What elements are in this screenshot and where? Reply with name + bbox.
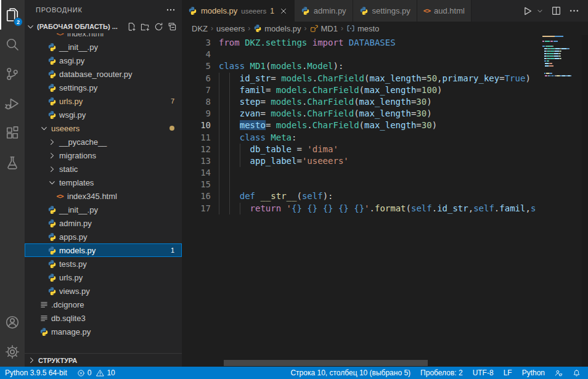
activity-account-icon[interactable] <box>0 308 25 337</box>
line-number[interactable]: 9 <box>182 108 219 120</box>
status-eol[interactable]: LF <box>499 367 517 379</box>
code-line-11[interactable]: 11 class Meta: <box>182 132 542 144</box>
status-python-interpreter[interactable]: Python 3.9.5 64-bit <box>0 367 72 379</box>
code-line-14[interactable]: 14 <box>182 167 542 179</box>
code-line-13[interactable]: 13 app_label='useeers' <box>182 155 542 167</box>
new-folder-icon[interactable] <box>141 22 150 31</box>
tree-item-urls-py[interactable]: urls.py <box>25 271 182 284</box>
tree-item-index-html[interactable]: <>index.html <box>25 33 182 40</box>
status-indentation[interactable]: Пробелов: 2 <box>415 367 468 379</box>
line-number[interactable]: 16 <box>182 190 219 202</box>
code-token: max_length <box>359 108 411 118</box>
line-number[interactable]: 4 <box>182 49 219 60</box>
tree-item-models-py[interactable]: models.py1 <box>25 243 182 257</box>
activity-search-icon[interactable] <box>0 30 25 59</box>
minimap[interactable] <box>542 35 582 367</box>
indent-guide <box>219 190 219 202</box>
activity-source-control-icon[interactable] <box>0 59 25 89</box>
activity-testing-icon[interactable] <box>0 148 25 177</box>
tree-item-useeers[interactable]: useeers <box>25 121 182 135</box>
horizontal-scrollbar[interactable] <box>224 360 428 366</box>
tab-aud-html[interactable]: <>aud.html <box>417 0 472 22</box>
tree-item-wsgi-py[interactable]: wsgi.py <box>25 108 182 121</box>
breadcrumb-item-models-py[interactable]: models.py <box>253 24 301 33</box>
python-file-icon <box>46 204 57 215</box>
tree-item-index345-html[interactable]: <>index345.html <box>25 189 182 203</box>
code-line-8[interactable]: 8 step= models.CharField(max_length=30) <box>182 96 542 108</box>
line-number[interactable]: 10 <box>182 120 219 131</box>
status-feedback[interactable] <box>550 367 568 379</box>
status-problems[interactable]: 010 <box>72 367 120 379</box>
line-number[interactable]: 11 <box>182 132 219 144</box>
status-encoding[interactable]: UTF-8 <box>468 367 499 379</box>
tree-item-static[interactable]: static <box>25 162 182 176</box>
tree-item-manage-py[interactable]: manage.py <box>25 325 182 338</box>
breadcrumb-item-mesto[interactable]: mesto <box>346 24 379 33</box>
close-icon[interactable] <box>279 7 288 15</box>
tree-item-migrations[interactable]: migrations <box>25 149 182 162</box>
status-cursor-position[interactable]: Строка 10, столбец 10 (выбрано 5) <box>285 367 415 379</box>
code-line-17[interactable]: 17 return '{} {} {} {} {}'.format(self.i… <box>182 203 542 214</box>
code-line-5[interactable]: 5class MD1(models.Model): <box>182 60 542 72</box>
status-language-mode[interactable]: Python <box>517 367 550 379</box>
line-number[interactable]: 3 <box>182 37 219 49</box>
split-editor-icon[interactable] <box>551 6 561 16</box>
line-number[interactable]: 12 <box>182 144 219 155</box>
activity-explorer-icon[interactable]: 2 <box>0 0 25 30</box>
more-actions-icon[interactable] <box>569 6 579 16</box>
tree-item-admin-py[interactable]: admin.py <box>25 216 182 230</box>
line-number[interactable]: 5 <box>182 60 219 72</box>
refresh-icon[interactable] <box>154 22 163 31</box>
tab-settings-py[interactable]: settings.py <box>353 0 417 22</box>
code-line-3[interactable]: 3from DKZ.settings import DATABASES <box>182 37 542 49</box>
tree-item-tests-py[interactable]: tests.py <box>25 257 182 271</box>
code-line-15[interactable]: 15 <box>182 179 542 190</box>
breadcrumb-item-dkz[interactable]: DKZ <box>192 24 208 33</box>
line-number[interactable]: 7 <box>182 84 219 96</box>
code-line-16[interactable]: 16 def __str__(self): <box>182 190 542 202</box>
vertical-scrollbar[interactable] <box>582 35 588 367</box>
run-dropdown-icon[interactable] <box>540 7 544 15</box>
collapse-all-icon[interactable] <box>168 22 177 31</box>
code-editor[interactable]: 3from DKZ.settings import DATABASES45cla… <box>182 35 542 359</box>
html-file-icon: <> <box>54 190 65 202</box>
code-line-4[interactable]: 4 <box>182 49 542 60</box>
tab-models-py[interactable]: models.pyuseeers1 <box>182 0 295 22</box>
activity-run-debug-icon[interactable] <box>0 89 25 118</box>
tree-item-db-sqlite3[interactable]: db.sqlite3 <box>25 311 182 325</box>
code-line-12[interactable]: 12 db_table = 'dima' <box>182 144 542 155</box>
tree-item-templates[interactable]: templates <box>25 176 182 189</box>
activity-settings-icon[interactable] <box>0 337 25 367</box>
tree-item-settings-py[interactable]: settings.py <box>25 81 182 94</box>
line-number[interactable]: 13 <box>182 155 219 167</box>
code-line-6[interactable]: 6 id_str= models.CharField(max_length=50… <box>182 73 542 84</box>
tree-item-asgi-py[interactable]: asgi.py <box>25 54 182 67</box>
tree-item-init-py[interactable]: __init__.py <box>25 203 182 216</box>
line-number[interactable]: 8 <box>182 96 219 108</box>
tree-item-views-py[interactable]: views.py <box>25 284 182 298</box>
tree-item-urls-py[interactable]: urls.py7 <box>25 94 182 108</box>
breadcrumb-item-useeers[interactable]: useeers <box>216 24 245 33</box>
tab-admin-py[interactable]: admin.py <box>295 0 353 22</box>
new-file-icon[interactable] <box>127 22 136 31</box>
explorer-more-actions-icon[interactable] <box>166 5 176 15</box>
breadcrumb-item-md1[interactable]: MD1 <box>310 24 338 33</box>
line-number[interactable]: 14 <box>182 167 219 179</box>
activity-extensions-icon[interactable] <box>0 118 25 148</box>
run-button[interactable] <box>521 6 533 17</box>
tree-item-dcignore[interactable]: .dcignore <box>25 298 182 311</box>
line-number[interactable]: 15 <box>182 179 219 190</box>
code-line-9[interactable]: 9 zvan= models.CharField(max_length=30) <box>182 108 542 120</box>
line-number[interactable]: 17 <box>182 203 219 214</box>
chevron-down-icon[interactable] <box>26 22 35 31</box>
tree-item-pycache[interactable]: __pycache__ <box>25 135 182 149</box>
status-notifications[interactable] <box>568 367 586 379</box>
code-line-7[interactable]: 7 famil= models.CharField(max_length=100… <box>182 84 542 96</box>
tree-item-database-roouter-py[interactable]: database_roouter.py <box>25 67 182 81</box>
workspace-section-header[interactable]: (РАБОЧАЯ ОБЛАСТЬ) ... <box>25 20 182 33</box>
tree-item-init-py[interactable]: __init__.py <box>25 40 182 54</box>
outline-section-header[interactable]: СТРУКТУРА <box>25 353 182 367</box>
tree-item-apps-py[interactable]: apps.py <box>25 230 182 243</box>
line-number[interactable]: 6 <box>182 73 219 84</box>
code-line-10[interactable]: 10 mesto= models.CharField(max_length=30… <box>182 120 542 131</box>
